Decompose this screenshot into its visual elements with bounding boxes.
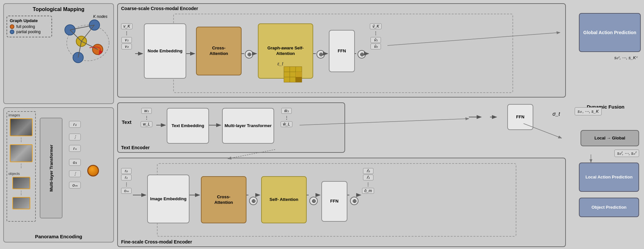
pano-dots-2: ⋮ — [19, 164, 24, 168]
graph-update-title: Graph Update — [10, 18, 49, 23]
output-om-dots: ⋮ — [69, 170, 81, 177]
partial-pooling-dot — [10, 30, 14, 34]
output-om: oₘ — [69, 182, 81, 189]
coarse-scores-label: s₀ᶜ, ⋯, s_Kᶜ — [614, 55, 637, 60]
fusion-output-label: s₀ , ⋯, s_K — [575, 107, 602, 115]
pano-dots-1: ⋮ — [19, 138, 24, 142]
coarse-plus-3: ⊕ — [357, 50, 366, 59]
fine-self-attn-block: Self- Attention — [261, 176, 307, 223]
text-input-label: Text — [122, 119, 132, 125]
fine-scores-label: s₀ᶠ, ⋯, sₙᶠ — [614, 150, 639, 157]
output-rn: ⋮ — [69, 134, 81, 140]
coarse-panel: Coarse-scale Cross-modal Encoder Node Em… — [117, 3, 566, 98]
coarse-plus-2: ⊕ — [316, 50, 325, 59]
graph-svg — [52, 14, 111, 64]
var-dots-out: ⋮ — [373, 31, 378, 36]
graph-self-attn-label: Graph-aware Self-Attention — [259, 46, 313, 57]
full-pooling-label: full pooling — [16, 24, 35, 29]
image-embedding-block: Image Embedding — [147, 175, 189, 223]
var-v0-hat: v̂₀ — [371, 44, 381, 49]
pano-panel: images ⋮ ⋮ objects ⋮ Multi-layer Transfo… — [3, 107, 114, 242]
output-rn2: rₙ — [69, 145, 81, 152]
orange-circle — [87, 165, 99, 177]
fine-panel: Fine-scale Cross-modal Encoder r₀ r₁ ⋮ o… — [117, 158, 566, 247]
objects-label: objects — [8, 172, 20, 176]
full-pooling-dot — [10, 24, 14, 29]
topo-panel: Topological Mapping Graph Update full po… — [3, 3, 114, 104]
object-pred-label: Object Prediction — [592, 205, 627, 210]
text-input-vars: w₁ ⋮ w_L — [141, 108, 152, 127]
coarse-cross-attn-label: Cross-Attention — [209, 46, 228, 57]
fusion-ffn-label: FFN — [516, 114, 524, 120]
fine-title: Fine-scale Cross-modal Encoder — [121, 239, 192, 244]
global-action-pred-block: Global Action Prediction — [579, 13, 641, 52]
text-encoder-panel: Text Encoder Text w₁ ⋮ w_L Text Embeddin… — [117, 102, 345, 153]
image-embedding-label: Image Embedding — [150, 196, 187, 202]
var-r0-hat: r̂₀ — [363, 168, 373, 174]
pano-dots-3: ⋮ — [19, 191, 24, 195]
fusion-ffn-block: FFN — [507, 104, 533, 130]
local-global-block: Local → Global — [581, 130, 639, 146]
fine-plus-2: ⊕ — [309, 197, 318, 205]
mlt-block: Multi-layer Transformer — [40, 118, 63, 218]
var-w-out-dots: ⋮ — [285, 115, 289, 120]
global-action-label: Global Action Prediction — [583, 30, 637, 35]
object-pred-block: Object Prediction — [579, 198, 639, 217]
sigma-label: σ_t — [553, 111, 560, 117]
coarse-input-vars: v_K ⋮ v₁ v₀ — [121, 23, 133, 49]
output-r1: r₁ — [69, 121, 81, 128]
var-fine-out-dots: ⋮ — [366, 182, 370, 187]
fine-output-vars: r̂₀ r̂₁ ⋮ ô_m — [362, 168, 374, 194]
var-w1: w₁ — [141, 108, 152, 114]
images-column: images ⋮ ⋮ objects ⋮ — [7, 111, 36, 222]
var-om-hat: ô_m — [362, 188, 374, 194]
svg-line-6 — [70, 30, 81, 41]
node-embedding-label: Node Embedding — [148, 48, 183, 54]
legend-full-pooling: full pooling — [10, 24, 49, 29]
svg-text:ε_t: ε_t — [277, 61, 284, 66]
local-action-pred-block: Local Action Prediction — [579, 163, 639, 192]
text-encoder-title: Text Encoder — [121, 145, 150, 150]
graph-svg-area: K nodes — [52, 14, 111, 66]
multi-transformer-block: Multi-layer Transformer — [222, 108, 274, 144]
var-dots-top: ⋮ — [124, 31, 129, 36]
output-o1: o₁ — [69, 159, 81, 166]
main-right: Coarse-scale Cross-modal Encoder Node Em… — [117, 3, 641, 246]
fine-plus-3: ⊕ — [350, 197, 358, 205]
fine-cross-attn-label: Cross-Attention — [214, 194, 233, 205]
coarse-plus-1: ⊕ — [245, 50, 253, 59]
multi-transformer-label: Multi-layer Transformer — [225, 123, 272, 129]
main-container: Topological Mapping Graph Update full po… — [0, 0, 644, 249]
var-om-fine: oₘ — [121, 188, 132, 194]
fine-input-vars: r₀ r₁ ⋮ oₘ — [121, 168, 132, 194]
pano-thumb-3 — [12, 177, 30, 189]
topo-title: Topological Mapping — [7, 7, 111, 12]
fine-cross-attn-block: Cross-Attention — [201, 176, 246, 223]
text-output-vars: ŵ₁ ⋮ ŵ_L — [281, 108, 292, 127]
coarse-title: Coarse-scale Cross-modal Encoder — [121, 6, 198, 11]
svg-rect-18 — [296, 77, 302, 82]
output-labels-pano: r₁ ⋮ rₙ o₁ ⋮ oₘ — [69, 121, 81, 189]
legend-partial-pooling: partial pooling — [10, 30, 49, 34]
eps-matrix: ε_t — [277, 61, 303, 85]
pano-thumb-2 — [10, 144, 33, 162]
fine-self-attn-label: Self- Attention — [270, 197, 298, 203]
svg-rect-19 — [296, 72, 302, 77]
mlt-label: Multi-layer Transformer — [49, 145, 54, 192]
pano-title: Panorama Encoding — [4, 234, 113, 239]
var-r0: r₀ — [121, 168, 132, 174]
text-embedding-block: Text Embedding — [167, 108, 209, 144]
local-global-label: Local → Global — [595, 136, 625, 141]
var-vk-hat: v̂_K — [370, 23, 382, 29]
coarse-ffn-label: FFN — [338, 48, 346, 54]
var-fine-dots: ⋮ — [124, 182, 129, 187]
coarse-ffn-block: FFN — [329, 30, 355, 72]
fine-ffn-label: FFN — [330, 199, 338, 204]
images-label: images — [8, 113, 20, 117]
node-embedding-block: Node Embedding — [144, 23, 186, 79]
partial-pooling-label: partial pooling — [16, 30, 41, 34]
coarse-output-vars: v̂_K ⋮ v̂₁ v̂₀ — [370, 23, 382, 49]
var-v1: v₁ — [121, 37, 132, 43]
text-embedding-label: Text Embedding — [172, 123, 204, 129]
var-wL-hat: ŵ_L — [281, 121, 292, 127]
